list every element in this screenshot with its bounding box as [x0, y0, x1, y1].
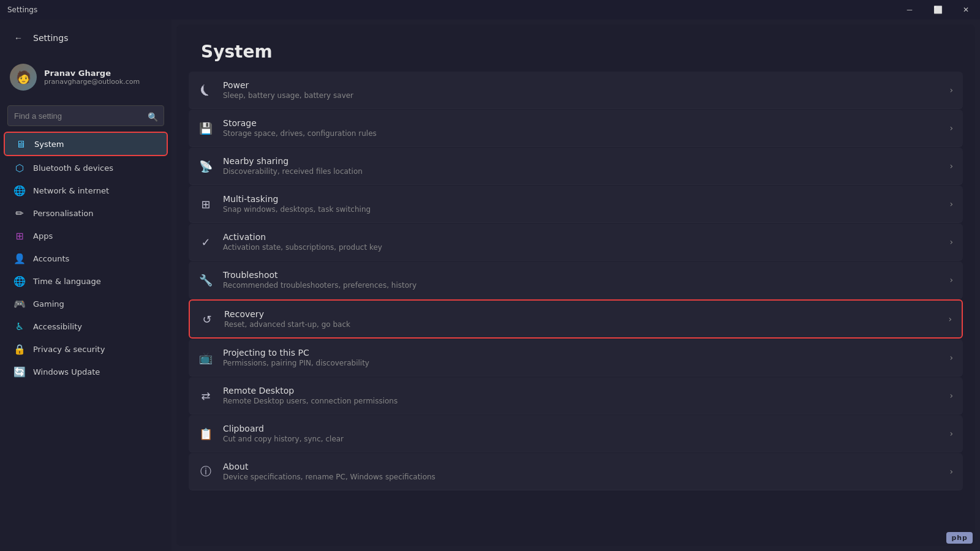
network-icon: 🌐	[13, 184, 26, 197]
setting-text-nearby-sharing: Nearby sharing Discoverability, received…	[223, 156, 940, 176]
system-icon: 🖥	[15, 138, 27, 150]
setting-arrow-about: ›	[949, 467, 953, 476]
accounts-icon: 👤	[13, 252, 26, 264]
setting-name-troubleshoot: Troubleshoot	[223, 270, 940, 280]
remote-desktop-icon: ⇄	[198, 388, 213, 403]
setting-remote-desktop[interactable]: ⇄ Remote Desktop Remote Desktop users, c…	[189, 377, 963, 414]
sidebar-app-title: Settings	[33, 33, 68, 43]
user-profile[interactable]: 🧑 Pranav Gharge pranavgharge@outlook.com	[0, 56, 172, 98]
sidebar-item-bluetooth[interactable]: ⬡ Bluetooth & devices	[4, 157, 168, 179]
setting-name-nearby-sharing: Nearby sharing	[223, 156, 940, 166]
power-icon: ⏾	[198, 83, 213, 97]
sidebar-item-gaming[interactable]: 🎮 Gaming	[4, 293, 168, 315]
privacy-icon: 🔒	[13, 343, 26, 355]
search-icon: 🔍	[148, 112, 158, 122]
setting-name-recovery: Recovery	[224, 309, 938, 319]
search-input[interactable]	[7, 105, 164, 126]
troubleshoot-icon: 🔧	[198, 272, 213, 287]
setting-activation[interactable]: ✓ Activation Activation state, subscript…	[189, 223, 963, 261]
titlebar-title: Settings	[7, 6, 37, 14]
setting-text-remote-desktop: Remote Desktop Remote Desktop users, con…	[223, 386, 940, 405]
sidebar-item-label-time: Time & language	[33, 277, 101, 286]
setting-arrow-multitasking: ›	[949, 199, 953, 209]
apps-icon: ⊞	[13, 230, 26, 242]
setting-nearby-sharing[interactable]: 📡 Nearby sharing Discoverability, receiv…	[189, 148, 963, 185]
setting-name-activation: Activation	[223, 232, 940, 242]
setting-about[interactable]: ⓘ About Device specifications, rename PC…	[189, 453, 963, 490]
setting-name-multitasking: Multi-tasking	[223, 194, 940, 204]
avatar: 🧑	[10, 64, 37, 91]
sidebar-item-label-system: System	[34, 140, 64, 149]
maximize-button[interactable]: ⬜	[924, 0, 952, 20]
minimize-button[interactable]: ─	[895, 0, 924, 20]
setting-recovery[interactable]: ↺ Recovery Reset, advanced start-up, go …	[189, 299, 963, 339]
setting-name-about: About	[223, 462, 940, 471]
sidebar-item-label-update: Windows Update	[33, 367, 100, 377]
setting-power[interactable]: ⏾ Power Sleep, battery usage, battery sa…	[189, 72, 963, 109]
content-header: System	[176, 24, 975, 72]
sidebar-item-accounts[interactable]: 👤 Accounts	[4, 247, 168, 269]
setting-arrow-nearby-sharing: ›	[949, 161, 953, 171]
setting-arrow-activation: ›	[949, 237, 953, 247]
sidebar-item-time[interactable]: 🌐 Time & language	[4, 270, 168, 292]
sidebar-item-network[interactable]: 🌐 Network & internet	[4, 179, 168, 201]
sidebar-item-accessibility[interactable]: ♿ Accessibility	[4, 315, 168, 337]
setting-desc-recovery: Reset, advanced start-up, go back	[224, 320, 938, 329]
clipboard-icon: 📋	[198, 426, 213, 441]
recovery-icon: ↺	[200, 312, 214, 326]
setting-arrow-projecting: ›	[949, 353, 953, 362]
personalisation-icon: ✏	[13, 207, 26, 219]
setting-text-clipboard: Clipboard Cut and copy history, sync, cl…	[223, 424, 940, 443]
sidebar-header: ← Settings	[0, 24, 172, 56]
setting-desc-multitasking: Snap windows, desktops, task switching	[223, 205, 940, 214]
setting-text-activation: Activation Activation state, subscriptio…	[223, 232, 940, 252]
sidebar-item-label-privacy: Privacy & security	[33, 345, 105, 354]
content-area: System ⏾ Power Sleep, battery usage, bat…	[176, 24, 975, 546]
setting-text-about: About Device specifications, rename PC, …	[223, 462, 940, 481]
sidebar-item-label-accounts: Accounts	[33, 254, 69, 263]
sidebar-item-update[interactable]: 🔄 Windows Update	[4, 361, 168, 383]
sidebar-item-label-bluetooth: Bluetooth & devices	[33, 163, 113, 173]
app-container: ← Settings 🧑 Pranav Gharge pranavgharge@…	[0, 20, 980, 551]
setting-text-storage: Storage Storage space, drives, configura…	[223, 118, 940, 138]
setting-text-power: Power Sleep, battery usage, battery save…	[223, 80, 940, 100]
setting-arrow-recovery: ›	[948, 314, 952, 324]
nearby-sharing-icon: 📡	[198, 159, 213, 173]
activation-icon: ✓	[198, 234, 213, 249]
setting-arrow-remote-desktop: ›	[949, 391, 953, 400]
setting-arrow-clipboard: ›	[949, 429, 953, 438]
sidebar-item-label-network: Network & internet	[33, 186, 109, 195]
accessibility-icon: ♿	[13, 320, 26, 332]
sidebar-item-label-gaming: Gaming	[33, 299, 64, 309]
setting-desc-power: Sleep, battery usage, battery saver	[223, 91, 940, 100]
setting-name-remote-desktop: Remote Desktop	[223, 386, 940, 395]
setting-desc-activation: Activation state, subscriptions, product…	[223, 243, 940, 252]
setting-text-multitasking: Multi-tasking Snap windows, desktops, ta…	[223, 194, 940, 214]
titlebar-controls: ─ ⬜ ✕	[895, 0, 980, 20]
titlebar: Settings ─ ⬜ ✕	[0, 0, 980, 20]
setting-storage[interactable]: 💾 Storage Storage space, drives, configu…	[189, 110, 963, 147]
bluetooth-icon: ⬡	[13, 162, 26, 174]
sidebar-item-system[interactable]: 🖥 System	[4, 132, 168, 156]
time-icon: 🌐	[13, 275, 26, 287]
gaming-icon: 🎮	[13, 298, 26, 310]
setting-troubleshoot[interactable]: 🔧 Troubleshoot Recommended troubleshoote…	[189, 261, 963, 299]
close-button[interactable]: ✕	[952, 0, 980, 20]
about-icon: ⓘ	[198, 464, 213, 479]
sidebar-item-privacy[interactable]: 🔒 Privacy & security	[4, 338, 168, 360]
user-info: Pranav Gharge pranavgharge@outlook.com	[44, 69, 140, 86]
sidebar-item-personalisation[interactable]: ✏ Personalisation	[4, 202, 168, 224]
setting-text-troubleshoot: Troubleshoot Recommended troubleshooters…	[223, 270, 940, 290]
sidebar-item-label-accessibility: Accessibility	[33, 322, 82, 331]
sidebar-item-apps[interactable]: ⊞ Apps	[4, 225, 168, 247]
setting-projecting[interactable]: 📺 Projecting to this PC Permissions, pai…	[189, 339, 963, 377]
sidebar-item-label-apps: Apps	[33, 231, 53, 241]
setting-desc-remote-desktop: Remote Desktop users, connection permiss…	[223, 397, 940, 405]
user-name: Pranav Gharge	[44, 69, 140, 78]
setting-desc-projecting: Permissions, pairing PIN, discoverabilit…	[223, 359, 940, 367]
update-icon: 🔄	[13, 365, 26, 378]
sidebar: ← Settings 🧑 Pranav Gharge pranavgharge@…	[0, 20, 172, 551]
setting-multitasking[interactable]: ⊞ Multi-tasking Snap windows, desktops, …	[189, 186, 963, 223]
setting-clipboard[interactable]: 📋 Clipboard Cut and copy history, sync, …	[189, 415, 963, 452]
back-button[interactable]: ←	[10, 29, 27, 47]
